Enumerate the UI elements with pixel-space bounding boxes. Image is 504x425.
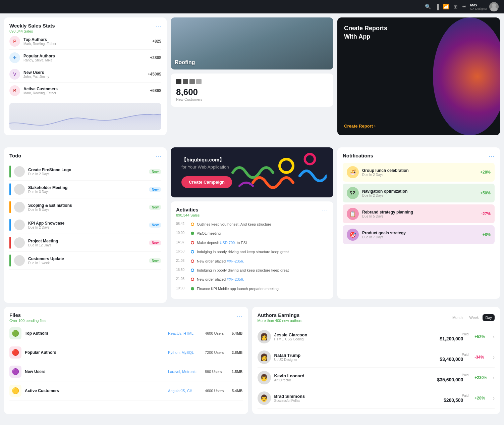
todo-avatar [14,202,25,212]
stat-value: +4500$ [148,72,161,77]
todo-due: Due In 2 Days [28,226,146,229]
weekly-sales-title: Weekly Sales Stats [9,23,55,29]
notification-value: +28% [480,170,491,175]
activity-dot [191,259,194,263]
author-paid-label: Paid [444,394,468,397]
author-name: Natali Trump [274,353,437,358]
activity-time: 16:50 [176,268,188,272]
user-profile[interactable]: Max UX Designer [470,2,499,11]
author-change: -34% [474,355,490,360]
middle-grid: Todo ⋯ Create FireStone Logo Due In 2 Da… [0,147,504,303]
author-paid-label: Paid [440,353,468,357]
svg-point-2 [280,159,293,173]
activity-time: 08:42 [176,222,188,226]
notification-value: -27% [481,211,491,216]
files-menu[interactable]: ⋯ [237,312,243,320]
todo-name: Project Meeting [28,239,146,243]
todo-due: Due In 5 Days [28,208,146,211]
notification-rows: 🍜 Group lunch celebration Due In 2 Days … [343,163,495,244]
author-row: 👩 Natali Trump UI/UX Designer Paid $3,40… [258,347,495,368]
period-buttons: Month Week Day [450,314,495,321]
file-users: 4600 Users [205,389,228,393]
month-button[interactable]: Month [450,314,465,321]
notification-title: Group lunch celebration [362,168,477,173]
activity-link[interactable]: USD 700. [220,241,236,245]
author-row: 👨 Kevin Leonard Art Director Paid $35,60… [258,368,495,388]
notification-icon: 📋 [347,208,359,220]
file-row: 🟢 Top Authors ReactJs, HTML 4600 Users 5… [9,324,243,343]
avatar[interactable] [489,2,499,11]
todo-bar [9,237,11,249]
notification-sub: Due In 2 Days [362,194,477,197]
activity-rows: 08:42 Outlines keep you honest. And keep… [176,220,328,293]
author-detail-arrow[interactable]: › [493,355,495,360]
file-icon: 🟢 [9,327,21,339]
stat-row: B Active Customers Mark, Rowling, Esther… [9,83,161,99]
notifications-menu[interactable]: ⋯ [489,153,495,160]
todo-name: Stakeholder Meeting [28,185,146,190]
todo-rows: Create FireStone Logo Due In 2 Days New … [9,163,161,270]
nc-icon-lighter [196,79,202,84]
stat-value: +686$ [150,88,161,93]
file-row: 🟡 Active Customers AngularJS, C# 4600 Us… [9,381,243,400]
week-button[interactable]: Week [467,314,482,321]
activity-link[interactable]: #XF-2356. [227,277,244,281]
todo-name: Scoping & Estimations [28,203,146,208]
file-users: 890 Users [205,370,228,374]
file-users: 7200 Users [205,350,228,355]
todo-due: Due In 2 Days [28,172,146,176]
author-change: +52% [474,334,490,339]
notification-title: Product goals strategy [362,231,479,235]
author-name: Jessie Clarcson [274,332,437,337]
file-name: Popular Authors [25,350,165,355]
campaign-text: 【biqubiqu.com】 for Your Web Application … [181,157,232,188]
activity-dot [191,223,194,226]
todo-due: Due In 3 Days [28,190,146,194]
svg-point-0 [492,3,496,7]
todo-name: Customers Update [28,256,146,261]
weekly-sales-menu[interactable]: ⋯ [155,23,161,30]
stat-rows: P Top Authors Mark, Rowling, Esther +82$… [9,33,161,99]
file-name: Active Customers [25,388,165,393]
create-report-link[interactable]: Create Report › [344,124,493,129]
author-detail-arrow[interactable]: › [493,395,495,401]
grid-icon[interactable]: ⊞ [453,4,458,10]
author-detail-arrow[interactable]: › [493,375,495,380]
author-avatar: 👨 [258,371,271,384]
author-change: +28% [474,396,490,400]
activity-link[interactable]: #XF-2356. [227,259,244,263]
notifications-title: Notifications [343,153,373,158]
author-detail-arrow[interactable]: › [493,334,495,339]
day-button[interactable]: Day [483,314,495,321]
todo-badge: New [149,187,161,192]
nc-icon-dark [176,79,181,84]
earnings-subtitle: More than 400 new authors [258,319,302,323]
theme-icon[interactable]: ☀ [462,4,466,10]
search-icon[interactable]: 🔍 [425,4,431,10]
todo-name: KPI App Showcase [28,221,146,226]
file-tech: AngularJS, C# [168,389,202,393]
stat-name: Top Authors [23,37,152,42]
todo-badge: New [149,258,161,263]
earnings-title: Authors Earnings [258,312,302,318]
file-size: 1.5MB [232,370,242,374]
notification-sub: Due In 7 Days [362,235,479,239]
activity-dot [191,250,194,253]
create-campaign-button[interactable]: Create Campaign [181,176,232,188]
stat-name: Active Customers [23,87,150,91]
todo-row: Customers Update Due In 1 week New [9,252,161,270]
stat-icon: B [9,85,20,96]
roofing-image: Roofing [171,17,333,69]
todo-menu[interactable]: ⋯ [155,153,161,160]
activities-menu[interactable]: ⋯ [322,207,328,214]
bottom-section: Files Over 100 pending files ⋯ 🟢 Top Aut… [0,307,504,418]
stat-name: Popular Authors [23,54,150,58]
todo-badge: New [149,205,161,210]
stat-sub: Mark, Rowling, Esther [23,91,150,95]
stat-name: New Users [23,70,148,75]
activity-time: 14:37 [176,240,188,244]
notification-icon: 🎯 [347,229,359,241]
author-role: UI/UX Designer [274,358,437,362]
todo-avatar [14,220,25,230]
notification-icon: 🍜 [347,166,359,178]
